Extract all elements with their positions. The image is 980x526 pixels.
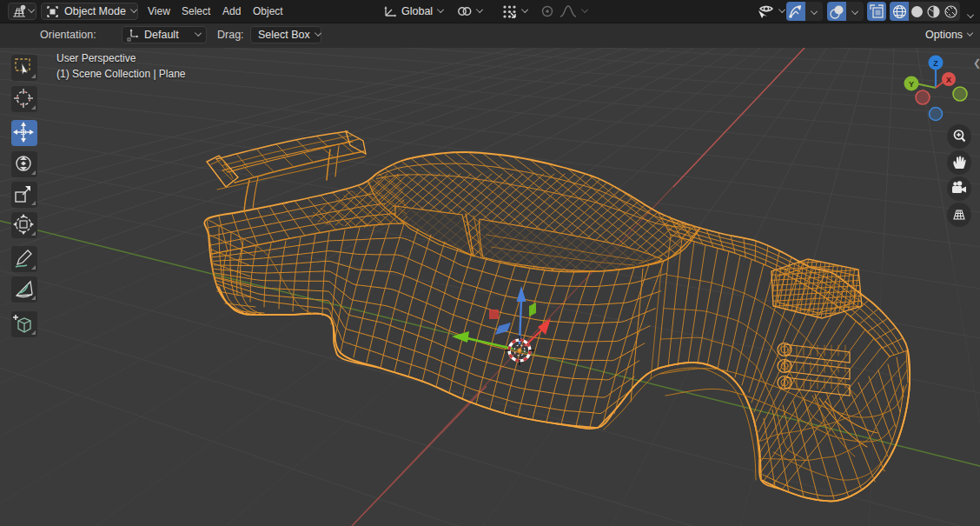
svg-text:Y: Y	[909, 80, 914, 89]
svg-text:Z: Z	[933, 59, 938, 68]
svg-text:X: X	[946, 76, 951, 84]
